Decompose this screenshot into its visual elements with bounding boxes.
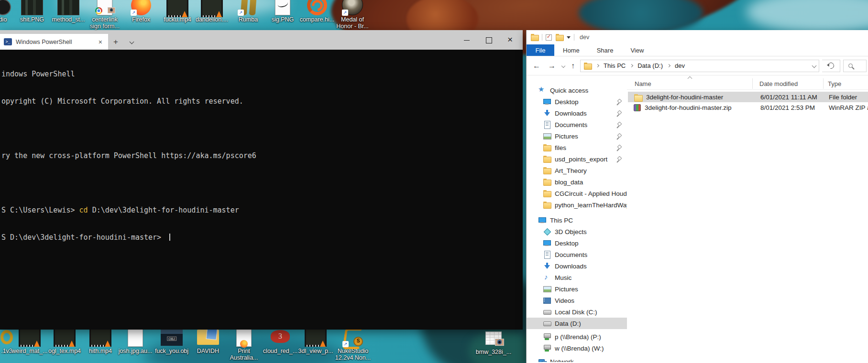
sidebar-quick-access[interactable]: Quick access	[527, 85, 627, 96]
game-icon	[334, 0, 371, 15]
monitor-icon	[543, 98, 551, 106]
sidebar-item-documents[interactable]: Documents	[527, 119, 627, 130]
new-tab-button[interactable]: +	[113, 37, 118, 47]
network-icon	[538, 358, 547, 362]
pin-icon	[616, 122, 621, 127]
desktop-icon[interactable]: Rumba	[230, 0, 266, 23]
obj-file-icon	[154, 328, 190, 347]
column-header-type[interactable]: Type	[828, 80, 841, 87]
menu-view[interactable]: View	[622, 44, 652, 56]
desktop-icon[interactable]: sig.PNG	[264, 0, 301, 23]
folder-icon	[543, 167, 551, 174]
monitor-icon	[543, 239, 551, 247]
search-input[interactable]	[843, 60, 867, 72]
minimize-button[interactable]	[462, 36, 471, 44]
sidebar-item-desktop[interactable]: Desktop	[527, 96, 627, 107]
maximize-button[interactable]	[484, 36, 493, 44]
desktop-icon[interactable]: DAVIDH	[190, 328, 226, 354]
breadcrumb-chevron-icon[interactable]	[630, 64, 633, 67]
sidebar-item-data-d[interactable]: Data (D:)	[527, 318, 627, 329]
folder-icon	[530, 34, 538, 41]
back-button[interactable]: ←	[530, 62, 543, 70]
desktop-icon[interactable]: Print Australia...	[226, 328, 262, 361]
column-header-name[interactable]: Name	[635, 80, 651, 87]
tab-close-icon[interactable]: ×	[97, 38, 104, 46]
desktop-icon[interactable]: cloud_red_...	[262, 328, 298, 354]
desktop-icon-nukestudio[interactable]: NukeStudio 12.2v4 Non...	[335, 328, 371, 361]
breadcrumb-chevron-icon[interactable]	[667, 64, 670, 67]
breadcrumb-this-pc[interactable]: This PC	[604, 62, 626, 69]
properties-checkbox-icon[interactable]	[546, 34, 552, 41]
desktop-icon[interactable]: compare.hi...	[299, 0, 335, 23]
address-dropdown-icon[interactable]	[812, 64, 817, 68]
file-row-folder[interactable]: 3delight-for-houdini-master 6/01/2021 11…	[628, 92, 868, 102]
desktop-icon[interactable]: centerlink sign form...	[87, 0, 123, 30]
quick-access-toolbar-dropdown-icon[interactable]	[567, 36, 571, 39]
desktop-icon[interactable]: ogl_tex.mp4	[46, 328, 83, 354]
desktop-icon[interactable]: bmw_328i_...	[475, 329, 512, 355]
sidebar-item-downloads-pc[interactable]: Downloads	[527, 260, 627, 272]
desktop-icon[interactable]: method_st...	[50, 0, 87, 23]
folder-icon	[190, 328, 226, 347]
sidebar-item-cgcircuit[interactable]: CGCircuit - Applied Houdini	[527, 188, 627, 199]
breadcrumb-data-d[interactable]: Data (D:)	[637, 62, 663, 69]
sidebar-this-pc[interactable]: This PC	[527, 214, 627, 226]
breadcrumb-dev[interactable]: dev	[675, 62, 685, 69]
desktop-icon[interactable]: Medal of Honor - Br...	[334, 0, 371, 30]
sidebar-item-3d-objects[interactable]: 3D Objects	[527, 226, 627, 237]
desktop-icon[interactable]: shit.PNG	[14, 0, 50, 23]
terminal-output[interactable]: indows PowerShell opyright (C) Microsoft…	[0, 50, 523, 330]
pin-icon	[616, 111, 621, 116]
terminal-tab[interactable]: >_ Windows PowerShell ×	[0, 34, 108, 50]
desktop-icon[interactable]: hith.mp4	[82, 328, 119, 354]
tab-dropdown-icon[interactable]	[130, 40, 134, 44]
desktop-icon[interactable]: josh.jpg.au...	[117, 328, 154, 354]
menu-home[interactable]: Home	[554, 44, 588, 56]
sidebar-item-videos[interactable]: Videos	[527, 295, 627, 306]
sidebar-item-pictures-pc[interactable]: Pictures	[527, 283, 627, 295]
file-row-zip[interactable]: 3delight-for-houdini-master.zip 8/01/202…	[628, 102, 868, 113]
sidebar-item-art-theory[interactable]: Art_Theory	[527, 165, 627, 176]
menu-share[interactable]: Share	[588, 44, 622, 56]
close-button[interactable]	[506, 36, 515, 44]
desktop-icon[interactable]: fucku.mp4	[159, 0, 196, 23]
cube-icon	[543, 228, 551, 235]
recent-locations-dropdown-icon[interactable]	[561, 64, 565, 67]
sidebar-item-python-learn[interactable]: python_learnTheHardWay	[527, 199, 627, 211]
firefox-icon	[123, 0, 159, 15]
sidebar-item-usd-points-export[interactable]: usd_points_export	[527, 153, 627, 165]
folder-icon	[543, 144, 551, 151]
sidebar-item-desktop-pc[interactable]: Desktop	[527, 237, 627, 249]
terminal-titlebar[interactable]: >_ Windows PowerShell × +	[0, 30, 523, 50]
desktop-icon[interactable]: dandelion....	[194, 0, 230, 23]
up-button[interactable]: ↑	[569, 62, 577, 70]
terminal-tab-title: Windows PowerShell	[16, 39, 97, 45]
sidebar-item-downloads[interactable]: Downloads	[527, 107, 627, 119]
refresh-button[interactable]	[822, 60, 840, 72]
sidebar-item-pictures[interactable]: Pictures	[527, 130, 627, 142]
new-folder-icon[interactable]	[555, 34, 563, 41]
sidebar-item-local-disk-c[interactable]: Local Disk (C:)	[527, 306, 627, 318]
sidebar-network[interactable]: Network	[527, 356, 627, 362]
desktop-icon-firefox[interactable]: Firefox	[123, 0, 159, 23]
explorer-titlebar[interactable]: dev	[527, 30, 868, 44]
sidebar-item-p-brenda[interactable]: p (\\Brenda) (P:)	[527, 331, 627, 342]
music-note-icon	[543, 274, 551, 281]
sidebar-item-w-brenda[interactable]: w (\\Brenda) (W:)	[527, 342, 627, 354]
column-header-date-modified[interactable]: Date modified	[759, 80, 798, 87]
document-chrome-icon	[87, 0, 123, 15]
sidebar-item-music[interactable]: Music	[527, 272, 627, 283]
sidebar-item-documents-pc[interactable]: Documents	[527, 249, 627, 260]
forward-button[interactable]: →	[546, 62, 558, 70]
desktop-icon[interactable]: fuck_you.obj	[154, 328, 190, 354]
sidebar-item-files[interactable]: files	[527, 142, 627, 153]
window-title: dev	[580, 34, 589, 41]
address-bar[interactable]: This PC Data (D:) dev	[580, 60, 819, 72]
menu-file[interactable]: File	[527, 44, 554, 56]
desktop-icon[interactable]: weird_mat_...	[11, 328, 48, 354]
html-document-icon	[226, 328, 262, 347]
nuke-icon	[335, 328, 371, 347]
sidebar-item-blog-data[interactable]: blog_data	[527, 176, 627, 188]
desktop-icon[interactable]: 3dl_view_p...	[297, 328, 334, 354]
breadcrumb-chevron-icon[interactable]	[596, 64, 599, 67]
